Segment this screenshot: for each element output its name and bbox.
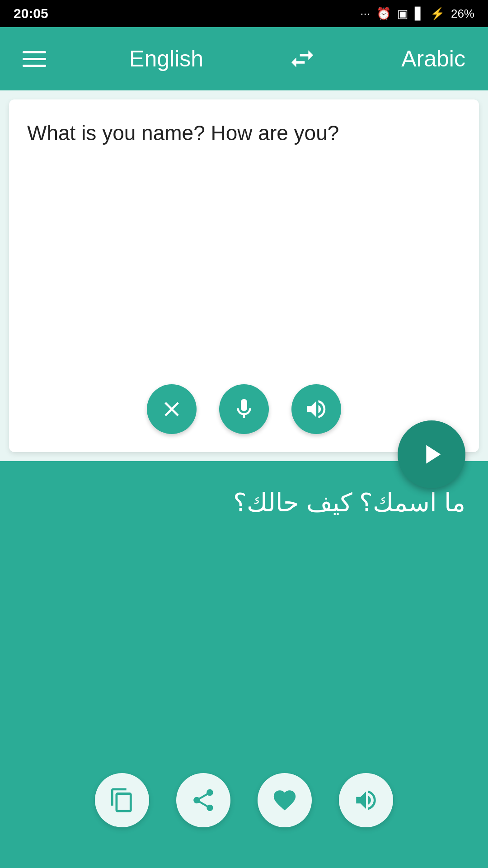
dots-icon: ··· (360, 7, 370, 21)
battery-percent: 26% (451, 7, 474, 21)
output-controls (23, 773, 465, 845)
copy-button[interactable] (95, 773, 149, 827)
share-button[interactable] (176, 773, 230, 827)
status-time: 20:05 (14, 6, 48, 21)
battery-icon: 26% (451, 7, 474, 21)
status-icons: ··· ⏰ ▣ ▋ ⚡ 26% (360, 7, 474, 21)
sim-icon: ▣ (397, 7, 408, 21)
speak-source-button[interactable] (291, 384, 341, 434)
swap-languages-button[interactable] (286, 43, 318, 75)
translate-button[interactable] (398, 420, 465, 488)
toolbar: English Arabic (0, 27, 488, 90)
main-container: ما اسمك؟ كيف حالك؟ (0, 99, 488, 868)
source-text-input[interactable] (27, 118, 461, 375)
favorite-button[interactable] (258, 773, 312, 827)
bolt-icon: ⚡ (430, 7, 445, 21)
speak-output-button[interactable] (339, 773, 393, 827)
output-section: ما اسمك؟ كيف حالك؟ (0, 461, 488, 868)
input-controls (27, 384, 461, 434)
clear-button[interactable] (147, 384, 197, 434)
microphone-button[interactable] (219, 384, 269, 434)
target-language-button[interactable]: Arabic (401, 46, 465, 72)
source-language-button[interactable]: English (129, 46, 203, 72)
signal-icon: ▋ (415, 7, 424, 21)
alarm-icon: ⏰ (376, 7, 391, 21)
input-section (9, 99, 479, 452)
status-bar: 20:05 ··· ⏰ ▣ ▋ ⚡ 26% (0, 0, 488, 27)
menu-button[interactable] (23, 51, 46, 67)
translated-text: ما اسمك؟ كيف حالك؟ (23, 484, 465, 764)
